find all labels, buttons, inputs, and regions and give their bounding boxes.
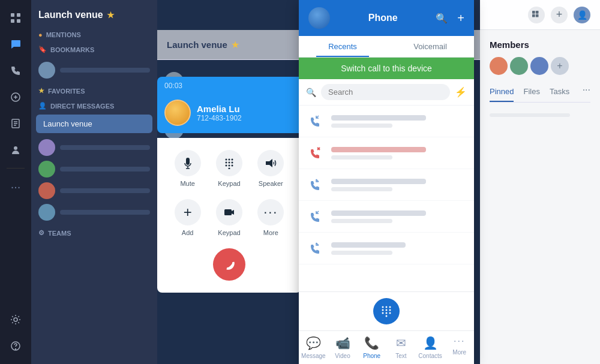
sidebar-icon-person[interactable] [5, 139, 26, 161]
direct-messages-section[interactable]: 👤 DIRECT MESSAGES [31, 98, 157, 113]
member-avatar-add[interactable]: + [551, 57, 569, 75]
call-detail-bar-2 [331, 155, 392, 160]
keypad-button-1[interactable]: Keypad [216, 150, 242, 187]
keypad-dial-button[interactable] [373, 298, 400, 324]
member-avatar-3 [530, 57, 548, 75]
phone-header-avatar [308, 7, 330, 29]
sidebar-divider [7, 168, 25, 169]
call-info-2 [331, 147, 467, 160]
star-icon[interactable]: ★ [107, 10, 115, 20]
svg-point-25 [231, 165, 233, 167]
video-nav-icon: 📹 [335, 336, 350, 350]
sidebar-icon-grid[interactable] [5, 7, 26, 29]
call-list [299, 106, 474, 291]
tab-pinned[interactable]: Pinned [490, 85, 514, 102]
pinned-search [490, 110, 590, 121]
outgoing-call-icon-2 [306, 239, 325, 258]
sidebar-icon-settings[interactable] [5, 309, 26, 330]
sidebar-icon-chat[interactable] [5, 34, 26, 55]
svg-point-33 [386, 306, 388, 308]
svg-point-23 [225, 165, 227, 167]
sidebar-icon-help[interactable] [5, 335, 26, 357]
text-nav-icon: ✉ [396, 336, 406, 350]
svg-point-19 [231, 159, 233, 161]
controls-row-2: + Add Keypad ··· More [167, 199, 292, 236]
phone-add-icon[interactable]: + [457, 11, 464, 25]
avatar-row [38, 62, 150, 79]
caller-name: Amelia Lu [197, 104, 242, 114]
phone-search-input[interactable] [321, 84, 450, 100]
call-item-2[interactable] [299, 137, 474, 169]
tab-recents[interactable]: Recents [299, 36, 386, 57]
add-icon-control: + [175, 199, 201, 225]
call-item-4[interactable] [299, 201, 474, 233]
call-detail-bar-4 [331, 219, 392, 223]
call-info-5 [331, 242, 467, 255]
member-avatars: + [490, 57, 590, 75]
outgoing-call-icon-1 [306, 175, 325, 194]
phone-nav-icon: 📞 [364, 336, 379, 350]
tab-files[interactable]: Files [523, 85, 539, 102]
apps-icon[interactable] [528, 7, 545, 23]
sidebar-bottom [5, 309, 26, 357]
tab-voicemail[interactable]: Voicemail [386, 36, 474, 57]
nav-video[interactable]: 📹 Video [328, 331, 358, 364]
sidebar-icon-more[interactable]: ··· [5, 176, 26, 197]
call-detail-bar-5 [331, 251, 392, 255]
keypad-button-2[interactable]: Keypad [216, 199, 242, 236]
nav-message[interactable]: 💬 Message [299, 331, 328, 364]
call-name-bar-4 [331, 210, 426, 216]
call-item-5[interactable] [299, 233, 474, 264]
nav-contacts[interactable]: 👤 Contacts [416, 331, 445, 364]
sidebar-icon-phone[interactable] [5, 60, 26, 82]
nav-more[interactable]: ··· More [445, 331, 474, 364]
end-call-button[interactable] [213, 248, 245, 281]
add-button[interactable]: + Add [175, 199, 201, 236]
phone-search-icon[interactable]: 🔍 [436, 13, 448, 24]
phone-search-bar: 🔍 ⚡ [299, 79, 474, 106]
nav-text[interactable]: ✉ Text [386, 331, 416, 364]
bookmarks-section[interactable]: 🔖 BOOKMARKS [31, 42, 157, 57]
svg-rect-2 [11, 19, 14, 23]
call-name-bar-3 [331, 179, 426, 184]
avatar-list [31, 57, 157, 83]
sidebar: ··· [0, 0, 31, 364]
add-label: Add [182, 229, 194, 236]
tab-tasks[interactable]: Tasks [550, 85, 569, 102]
call-item-1[interactable] [299, 106, 474, 137]
svg-rect-14 [536, 11, 539, 14]
phone-panel: Phone 🔍 + Recents Voicemail Switch call … [299, 0, 474, 364]
more-button[interactable]: ··· More [257, 199, 284, 236]
right-more-icon[interactable]: ··· [583, 85, 590, 102]
svg-point-34 [389, 306, 391, 308]
svg-rect-15 [532, 14, 535, 17]
mute-button[interactable]: Mute [175, 150, 201, 187]
right-panel: Members + Pinned Files Tasks ··· [480, 0, 600, 364]
favorites-section[interactable]: ★ FAVORITES [31, 83, 157, 98]
video-nav-label: Video [335, 353, 350, 359]
switch-call-banner[interactable]: Switch call to this device [299, 58, 474, 79]
call-info-3 [331, 179, 467, 191]
channel-title: Launch venue ★ [31, 10, 157, 28]
keypad-label-1: Keypad [218, 180, 240, 187]
mute-label: Mute [180, 180, 194, 187]
call-info-4 [331, 210, 467, 223]
mentions-section[interactable]: ● MENTIONS [31, 28, 157, 42]
more-nav-label: More [452, 349, 466, 356]
speaker-icon [257, 150, 284, 176]
speaker-button[interactable]: Speaker [257, 150, 284, 187]
teams-section[interactable]: ⚙ TEAMS [31, 225, 157, 240]
sidebar-icon-message[interactable] [5, 86, 26, 108]
caller-details: Amelia Lu 712-483-1902 [197, 104, 242, 122]
add-icon[interactable]: + [551, 7, 568, 23]
active-channel-item[interactable]: Launch venue [36, 115, 152, 133]
call-detail-bar-1 [331, 124, 392, 128]
channel-area: Launch venue ★ ● MENTIONS 🔖 BOOKMARKS ★ … [31, 0, 157, 364]
more-nav-icon: ··· [454, 336, 465, 347]
sidebar-icon-note[interactable] [5, 113, 26, 134]
filter-icon[interactable]: ⚡ [455, 86, 467, 98]
members-title: Members [490, 40, 590, 50]
user-avatar[interactable]: 👤 [574, 7, 590, 23]
call-item-3[interactable] [299, 169, 474, 201]
nav-phone[interactable]: 📞 Phone [357, 331, 386, 364]
